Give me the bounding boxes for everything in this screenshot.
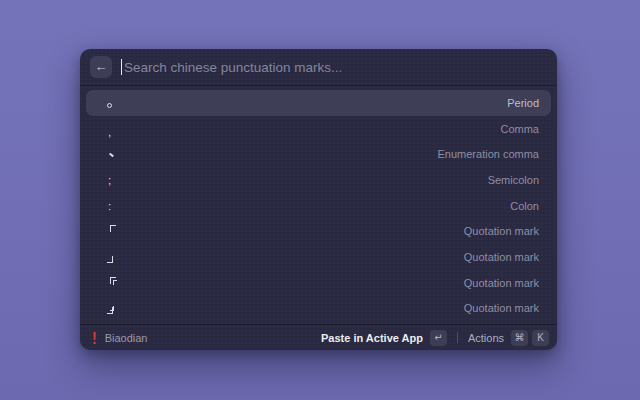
punctuation-label: Semicolon: [488, 174, 539, 186]
punctuation-char-icon: [106, 276, 120, 290]
punctuation-label: Colon: [510, 200, 539, 212]
punctuation-label: Quotation mark: [464, 277, 539, 289]
list-item[interactable]: Enumeration comma: [86, 141, 551, 167]
back-button[interactable]: ←: [90, 56, 112, 78]
list-item[interactable]: :Colon: [86, 193, 551, 219]
return-key-icon: ↵: [430, 330, 447, 346]
actions-keys: ⌘K: [511, 330, 549, 346]
search-placeholder: Search chinese punctuation marks...: [124, 60, 342, 75]
k-key: K: [532, 330, 549, 346]
search-input[interactable]: Search chinese punctuation marks...: [121, 59, 547, 75]
exclamation-icon: !: [92, 329, 97, 345]
punctuation-char-icon: [106, 250, 120, 264]
punctuation-char-icon: [106, 301, 120, 315]
punctuation-char-icon: [106, 224, 120, 238]
punctuation-char-icon: ;: [106, 173, 120, 187]
list-item[interactable]: ,Comma: [86, 116, 551, 142]
punctuation-label: Quotation mark: [464, 302, 539, 314]
actions-label: Actions: [468, 332, 504, 344]
list-item[interactable]: Period: [86, 90, 551, 116]
punctuation-char-icon: [106, 147, 120, 161]
punctuation-label: Quotation mark: [464, 251, 539, 263]
list-item[interactable]: Quotation mark: [86, 296, 551, 322]
app-name: Biaodian: [105, 332, 148, 344]
launcher-window: ← Search chinese punctuation marks... Pe…: [80, 49, 557, 350]
punctuation-char-icon: ,: [106, 122, 120, 136]
footer-bar: ! Biaodian Paste in Active App ↵ Actions…: [80, 324, 557, 350]
list-item[interactable]: Quotation mark: [86, 270, 551, 296]
punctuation-label: Period: [507, 97, 539, 109]
punctuation-char-icon: :: [106, 199, 120, 213]
punctuation-char-icon: [106, 96, 120, 110]
results-list: Period,CommaEnumeration comma;Semicolon:…: [80, 86, 557, 324]
punctuation-label: Quotation mark: [464, 225, 539, 237]
text-caret: [121, 59, 122, 75]
command-key-icon: ⌘: [511, 330, 528, 346]
list-item[interactable]: Quotation mark: [86, 244, 551, 270]
punctuation-label: Enumeration comma: [438, 148, 540, 160]
footer-divider: [457, 332, 458, 343]
paste-action-label: Paste in Active App: [321, 332, 423, 344]
list-item[interactable]: ;Semicolon: [86, 167, 551, 193]
punctuation-label: Comma: [500, 123, 539, 135]
search-header: ← Search chinese punctuation marks...: [80, 49, 557, 86]
footer-actions: Paste in Active App ↵ Actions ⌘K: [321, 330, 549, 346]
actions-menu-button[interactable]: Actions ⌘K: [468, 330, 549, 346]
paste-action-button[interactable]: Paste in Active App ↵: [321, 330, 447, 346]
list-item[interactable]: Quotation mark: [86, 218, 551, 244]
